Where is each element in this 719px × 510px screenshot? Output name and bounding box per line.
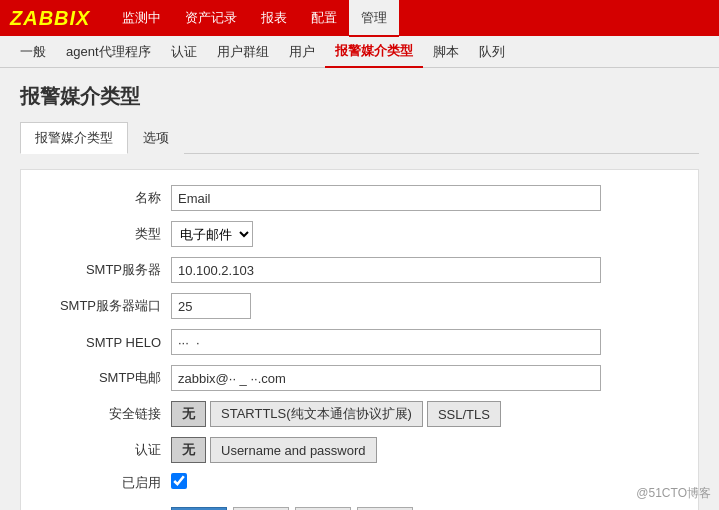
tab-options[interactable]: 选项 [128,122,184,154]
field-security-label: 安全链接 [41,405,171,423]
field-smtp-email-control [171,365,601,391]
top-navigation: ZABBIX 监测中 资产记录 报表 配置 管理 [0,0,719,36]
field-auth-label: 认证 [41,441,171,459]
field-smtp-helo-label: SMTP HELO [41,335,171,350]
subnav-auth[interactable]: 认证 [161,36,207,68]
form-container: 名称 类型 电子邮件 SMTP服务器 SMTP服务器端口 [20,169,699,510]
field-auth-row: 认证 无 Username and password [41,437,678,463]
field-smtp-email-row: SMTP电邮 [41,365,678,391]
nav-item-reports[interactable]: 报表 [249,0,299,36]
field-smtp-server-row: SMTP服务器 [41,257,678,283]
field-smtp-server-control [171,257,601,283]
field-smtp-email-label: SMTP电邮 [41,369,171,387]
subnav-agent[interactable]: agent代理程序 [56,36,161,68]
security-option-none[interactable]: 无 [171,401,206,427]
smtp-server-input[interactable] [171,257,601,283]
field-type-control: 电子邮件 [171,221,601,247]
field-auth-control: 无 Username and password [171,437,601,463]
security-option-starttls[interactable]: STARTTLS(纯文本通信协议扩展) [210,401,423,427]
tab-mediatype[interactable]: 报警媒介类型 [20,122,128,154]
field-smtp-helo-row: SMTP HELO [41,329,678,355]
field-enabled-control [171,473,601,492]
nav-item-admin[interactable]: 管理 [349,0,399,36]
auth-option-none[interactable]: 无 [171,437,206,463]
subnav-mediatypes[interactable]: 报警媒介类型 [325,36,423,68]
action-buttons-row: 更新 克隆 删除 取消 [41,502,678,510]
type-select[interactable]: 电子邮件 [171,221,253,247]
subnav-queue[interactable]: 队列 [469,36,515,68]
field-type-row: 类型 电子邮件 [41,221,678,247]
field-type-label: 类型 [41,225,171,243]
field-security-control: 无 STARTTLS(纯文本通信协议扩展) SSL/TLS [171,401,601,427]
field-enabled-row: 已启用 [41,473,678,492]
sub-navigation: 一般 agent代理程序 认证 用户群组 用户 报警媒介类型 脚本 队列 [0,36,719,68]
enabled-checkbox[interactable] [171,473,187,489]
nav-item-monitor[interactable]: 监测中 [110,0,173,36]
main-nav: 监测中 资产记录 报表 配置 管理 [110,0,399,36]
security-option-ssltls[interactable]: SSL/TLS [427,401,501,427]
subnav-usergroups[interactable]: 用户群组 [207,36,279,68]
field-name-control [171,185,601,211]
field-name-row: 名称 [41,185,678,211]
field-smtp-helo-control [171,329,601,355]
subnav-general[interactable]: 一般 [10,36,56,68]
subnav-scripts[interactable]: 脚本 [423,36,469,68]
page-title: 报警媒介类型 [20,83,699,110]
field-smtp-server-label: SMTP服务器 [41,261,171,279]
field-enabled-label: 已启用 [41,474,171,492]
field-name-label: 名称 [41,189,171,207]
tab-bar: 报警媒介类型 选项 [20,122,699,154]
smtp-port-input[interactable] [171,293,251,319]
page-content: 报警媒介类型 报警媒介类型 选项 名称 类型 电子邮件 SMTP服务器 [0,68,719,510]
watermark: @51CTO博客 [636,485,711,502]
subnav-users[interactable]: 用户 [279,36,325,68]
app-logo: ZABBIX [10,7,90,30]
auth-option-userpass[interactable]: Username and password [210,437,377,463]
name-input[interactable] [171,185,601,211]
nav-item-assets[interactable]: 资产记录 [173,0,249,36]
field-smtp-port-control [171,293,601,319]
field-smtp-port-label: SMTP服务器端口 [41,297,171,315]
field-security-row: 安全链接 无 STARTTLS(纯文本通信协议扩展) SSL/TLS [41,401,678,427]
smtp-helo-input[interactable] [171,329,601,355]
smtp-email-input[interactable] [171,365,601,391]
nav-item-config[interactable]: 配置 [299,0,349,36]
field-smtp-port-row: SMTP服务器端口 [41,293,678,319]
